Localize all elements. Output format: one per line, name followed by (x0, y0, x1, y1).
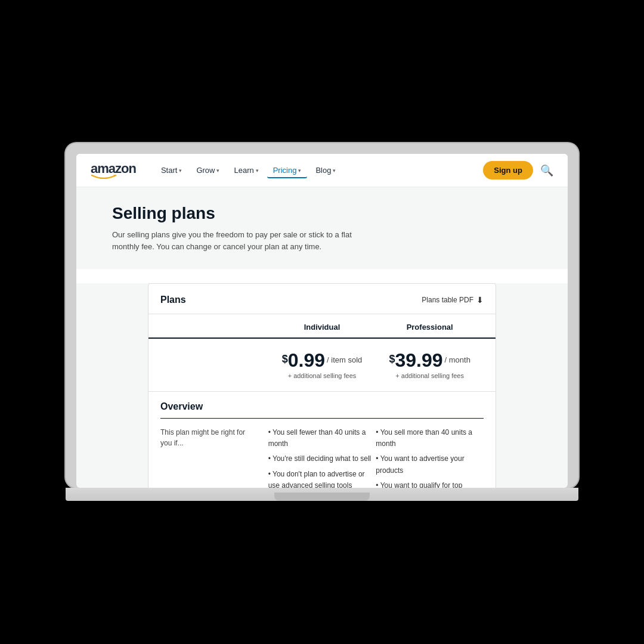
chevron-down-icon: ▾ (179, 168, 182, 174)
plans-section: Plans Plans table PDF ⬇ Individual Profe… (148, 283, 496, 488)
laptop-bezel: amazon Start ▾ Grow ▾ (66, 143, 578, 488)
individual-price-main: $ 0.99 / item sold (268, 351, 376, 370)
empty-col-header (160, 323, 268, 332)
nav-item-grow[interactable]: Grow ▾ (190, 162, 225, 178)
nav-right: Sign up 🔍 (483, 161, 553, 179)
laptop-screen: amazon Start ▾ Grow ▾ (76, 154, 568, 488)
professional-col-label: Professional (376, 323, 484, 332)
professional-points-list: You sell more than 40 units a month You … (376, 427, 484, 488)
professional-dollar: $ (389, 353, 395, 366)
search-icon: 🔍 (540, 165, 553, 177)
nav-item-start[interactable]: Start ▾ (155, 162, 188, 178)
amazon-smile-icon (91, 174, 117, 179)
professional-pricing: $ 39.99 / month + additional selling fee… (376, 351, 484, 379)
laptop-hinge (274, 493, 370, 501)
professional-price-main: $ 39.99 / month (376, 351, 484, 370)
nav-item-pricing[interactable]: Pricing ▾ (267, 162, 308, 178)
plans-section-title: Plans (160, 295, 186, 305)
pdf-label: Plans table PDF (422, 296, 473, 304)
professional-amount: 39.99 (395, 351, 442, 370)
individual-col-label: Individual (268, 323, 376, 332)
pricing-empty-col (160, 351, 268, 379)
individual-sub: + additional selling fees (268, 372, 376, 379)
page-header: Selling plans Our selling plans give you… (76, 187, 568, 269)
signup-button[interactable]: Sign up (483, 161, 533, 179)
pricing-row: $ 0.99 / item sold + additional selling … (148, 339, 496, 392)
individual-amount: 0.99 (288, 351, 325, 370)
nav-item-learn[interactable]: Learn ▾ (228, 162, 264, 178)
individual-overview: You sell fewer than 40 units a month You… (268, 427, 376, 488)
chevron-down-icon: ▾ (333, 168, 336, 174)
overview-row: This plan might be right for you if... Y… (160, 427, 484, 488)
professional-sub: + additional selling fees (376, 372, 484, 379)
individual-points-list: You sell fewer than 40 units a month You… (268, 427, 376, 488)
list-item: You sell more than 40 units a month (376, 427, 484, 450)
chevron-down-icon: ▾ (216, 168, 219, 174)
professional-overview: You sell more than 40 units a month You … (376, 427, 484, 488)
professional-period: / month (445, 355, 470, 364)
page-title: Selling plans (112, 204, 532, 223)
amazon-logo[interactable]: amazon (91, 162, 136, 179)
page-subtitle: Our selling plans give you the freedom t… (112, 229, 363, 252)
list-item: You don't plan to advertise or use advan… (268, 469, 376, 488)
search-button[interactable]: 🔍 (540, 164, 553, 177)
nav-items: Start ▾ Grow ▾ Learn ▾ Pricing ▾ (155, 162, 483, 178)
list-item: You want to advertise your products (376, 453, 484, 476)
overview-label: This plan might be right for you if... (160, 427, 268, 488)
individual-dollar: $ (282, 353, 288, 366)
column-labels: Individual Professional (148, 314, 496, 339)
list-item: You sell fewer than 40 units a month (268, 427, 376, 450)
overview-section: Overview This plan might be right for yo… (148, 392, 496, 488)
overview-title: Overview (160, 392, 484, 418)
download-icon: ⬇ (476, 295, 484, 305)
chevron-down-icon: ▾ (256, 168, 259, 174)
individual-pricing: $ 0.99 / item sold + additional selling … (268, 351, 376, 379)
plans-pdf-link[interactable]: Plans table PDF ⬇ (422, 295, 484, 305)
chevron-down-icon: ▾ (298, 168, 301, 174)
overview-divider (160, 418, 484, 419)
laptop-base (66, 488, 578, 501)
nav-item-blog[interactable]: Blog ▾ (309, 162, 342, 178)
list-item: You want to qualify for top placement on… (376, 480, 484, 488)
list-item: You're still deciding what to sell (268, 453, 376, 465)
individual-period: / item sold (327, 355, 362, 364)
logo-text: amazon (91, 162, 136, 175)
laptop-container: amazon Start ▾ Grow ▾ (66, 143, 578, 501)
plans-header: Plans Plans table PDF ⬇ (148, 284, 496, 314)
main-nav: amazon Start ▾ Grow ▾ (76, 154, 568, 187)
